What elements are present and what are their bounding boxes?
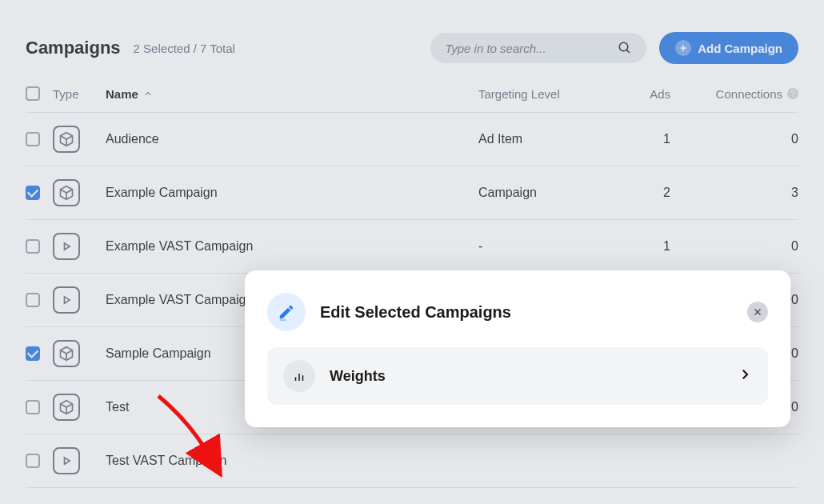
- modal-backdrop[interactable]: [0, 0, 824, 504]
- edit-selected-modal: Edit Selected Campaigns Weights: [245, 270, 790, 427]
- modal-item-label: Weights: [330, 368, 386, 385]
- modal-title: Edit Selected Campaigns: [320, 303, 511, 322]
- modal-edit-icon: [267, 293, 306, 331]
- weights-icon: [283, 360, 315, 392]
- modal-item-weights[interactable]: Weights: [267, 347, 768, 405]
- close-icon: [753, 307, 762, 317]
- modal-close-button[interactable]: [747, 302, 768, 322]
- chevron-right-icon: [738, 367, 752, 385]
- svg-rect-21: [280, 319, 286, 321]
